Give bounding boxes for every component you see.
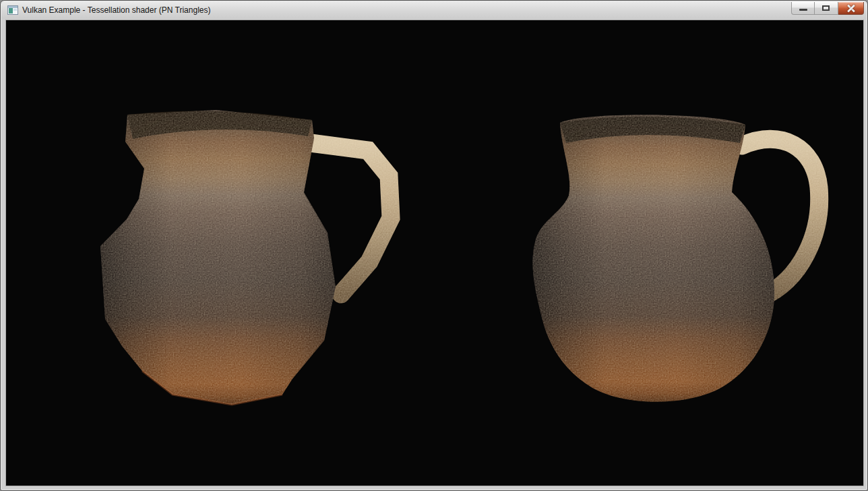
app-icon-light-pane [13, 9, 17, 11]
maximize-icon [822, 5, 830, 11]
minimize-button[interactable] [791, 2, 815, 15]
window-title: Vulkan Example - Tessellation shader (PN… [22, 1, 210, 19]
vulkan-render-canvas [6, 20, 863, 486]
app-window-icon[interactable] [7, 5, 18, 15]
titlebar[interactable]: Vulkan Example - Tessellation shader (PN… [1, 1, 867, 19]
jug-low-poly [100, 110, 391, 405]
render-viewport[interactable] [6, 20, 863, 486]
app-window: Vulkan Example - Tessellation shader (PN… [0, 0, 868, 491]
jug-tessellated [532, 115, 819, 402]
minimize-icon [799, 9, 807, 11]
app-icon-teal-pane [9, 8, 13, 13]
window-controls [791, 2, 864, 15]
close-button[interactable] [838, 2, 864, 15]
maximize-button[interactable] [815, 2, 838, 15]
